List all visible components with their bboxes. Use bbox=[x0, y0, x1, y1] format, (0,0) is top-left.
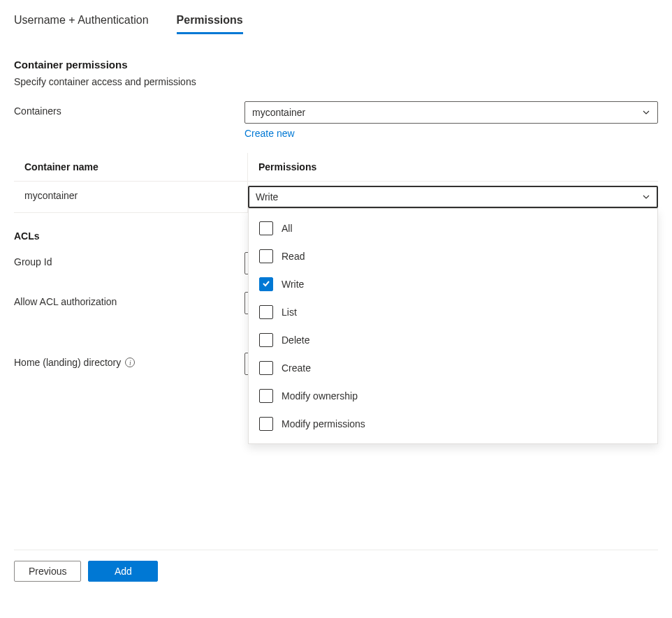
create-new-link[interactable]: Create new bbox=[244, 128, 658, 139]
section-description: Specify container access and permissions bbox=[14, 76, 658, 87]
checkbox-icon bbox=[259, 361, 273, 375]
checkbox-icon bbox=[259, 389, 273, 403]
header-container-name: Container name bbox=[14, 153, 248, 181]
permission-option-modify-ownership[interactable]: Modify ownership bbox=[249, 382, 657, 410]
containers-label: Containers bbox=[14, 101, 244, 117]
cell-container-name: mycontainer bbox=[14, 182, 248, 212]
checkbox-icon bbox=[259, 305, 273, 319]
permission-option-all[interactable]: All bbox=[249, 214, 657, 242]
permission-option-read[interactable]: Read bbox=[249, 242, 657, 270]
checkbox-icon bbox=[259, 417, 273, 431]
table-row: mycontainer Write AllReadWriteListDelete… bbox=[14, 182, 658, 213]
chevron-down-icon bbox=[642, 108, 650, 117]
permission-option-write[interactable]: Write bbox=[249, 270, 657, 298]
header-permissions: Permissions bbox=[248, 153, 658, 181]
containers-table: Container name Permissions mycontainer W… bbox=[14, 153, 658, 213]
permission-option-label: Modify permissions bbox=[282, 418, 365, 429]
checkbox-icon bbox=[259, 333, 273, 347]
checkbox-icon bbox=[259, 221, 273, 235]
info-icon[interactable]: i bbox=[125, 358, 135, 367]
permission-option-delete[interactable]: Delete bbox=[249, 326, 657, 354]
group-id-label: Group Id bbox=[14, 252, 244, 267]
permission-option-label: Read bbox=[282, 251, 305, 262]
containers-dropdown[interactable]: mycontainer bbox=[244, 101, 658, 124]
home-dir-label: Home (landing) directory i bbox=[14, 353, 244, 368]
permission-option-list[interactable]: List bbox=[249, 298, 657, 326]
container-permissions-section: Container permissions Specify container … bbox=[14, 59, 658, 213]
section-title: Container permissions bbox=[14, 59, 658, 71]
permission-option-modify-permissions[interactable]: Modify permissions bbox=[249, 410, 657, 438]
checkmark-icon bbox=[262, 279, 270, 290]
permission-option-label: Create bbox=[282, 362, 311, 374]
permission-option-label: Write bbox=[282, 279, 304, 290]
tabs-bar: Username + Authentication Permissions bbox=[14, 14, 658, 34]
permission-option-label: Delete bbox=[282, 334, 309, 346]
checkbox-icon bbox=[259, 277, 273, 291]
containers-dropdown-value: mycontainer bbox=[252, 107, 305, 118]
table-header: Container name Permissions bbox=[14, 153, 658, 182]
permission-option-label: List bbox=[282, 307, 297, 318]
previous-button[interactable]: Previous bbox=[14, 561, 81, 582]
tab-permissions[interactable]: Permissions bbox=[177, 14, 243, 34]
chevron-down-icon bbox=[642, 193, 650, 201]
add-button[interactable]: Add bbox=[88, 561, 158, 582]
allow-acl-label: Allow ACL authorization bbox=[14, 292, 244, 307]
checkbox-icon bbox=[259, 249, 273, 263]
permission-option-label: Modify ownership bbox=[282, 390, 358, 402]
permissions-dropdown[interactable]: Write bbox=[248, 186, 658, 208]
permissions-dropdown-menu: AllReadWriteListDeleteCreateModify owner… bbox=[248, 208, 658, 444]
tab-username-auth[interactable]: Username + Authentication bbox=[14, 14, 149, 34]
permission-option-label: All bbox=[282, 223, 293, 234]
permission-option-create[interactable]: Create bbox=[249, 354, 657, 382]
footer: Previous Add bbox=[14, 550, 658, 582]
permissions-dropdown-value: Write bbox=[256, 191, 278, 203]
